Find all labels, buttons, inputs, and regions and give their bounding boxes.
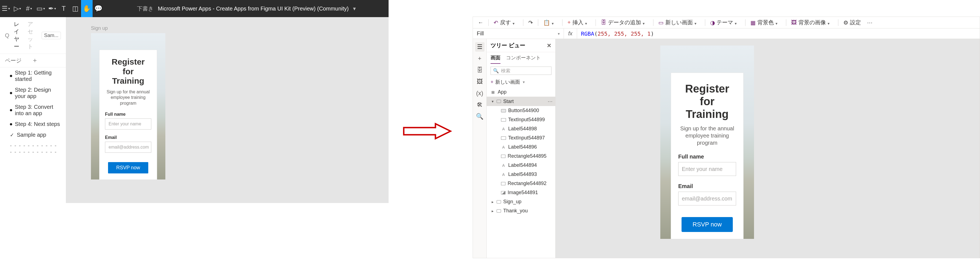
button-icon [501,109,506,112]
rectangle-icon [501,182,506,185]
figma-menu-icon[interactable]: ☰▾ [0,0,11,17]
add-data-button[interactable]: 🗄データの追加 [598,17,651,28]
tree-node-start[interactable]: ▾ Start ⋯ [487,97,555,106]
undo-button[interactable]: ↶戻す [492,17,520,28]
tree-node-child[interactable]: Rectangle544892 [487,179,555,188]
theme-button[interactable]: ◑テーマ [708,17,743,28]
screen-icon [496,209,501,213]
pa-ribbon: ← ↶戻す ↷ 📋 +挿入 🗄データの追加 ▭新しい画面 ◑テーマ ▦背景色 🖼… [473,17,980,29]
page-item[interactable]: Step 3: Convert into an app [0,102,66,119]
rsvp-button[interactable]: RSVP now [681,217,733,232]
shape-tool-icon[interactable]: ▭▾ [35,0,46,17]
title-chevron-icon[interactable]: ▾ [353,5,356,12]
rsvp-button[interactable]: RSVP now [108,162,148,173]
tree-node-child[interactable]: ALabel544896 [487,142,555,152]
formula-value[interactable]: RGBA(255, 255, 255, 1) [577,30,658,37]
resource-tool-icon[interactable]: ◫ [70,0,81,17]
move-tool-icon[interactable]: ▷▾ [11,0,23,17]
media-icon[interactable]: 🖼 [475,77,485,86]
figma-frame[interactable]: Sign up Register forTraining Sign up for… [91,33,165,179]
tab-screens[interactable]: 画面 [490,54,501,64]
figma-title: 下書き Microsoft Power Apps - Create Apps f… [104,5,388,13]
tree-node-label: Label544893 [508,171,537,177]
property-selector[interactable]: Fill▾ [473,29,564,38]
search-icon[interactable]: 🔍 [475,112,485,121]
form-card: Register forTraining Sign up for the ann… [671,73,743,239]
email-input[interactable]: email@address.com [105,142,151,153]
tree-node-child[interactable]: Button544900 [487,106,555,115]
tree-node-child[interactable]: Rectangle544895 [487,152,555,161]
page-item[interactable]: Step 4: Next steps [0,119,66,130]
tree-title: ツリー ビュー [490,42,525,49]
tree-node-child[interactable]: TextInput544897 [487,133,555,142]
figma-canvas[interactable]: Sign up Register forTraining Sign up for… [66,17,388,203]
add-page-icon[interactable]: + [33,57,61,64]
insert-button[interactable]: +挿入 [565,17,593,28]
chevron-down-icon[interactable]: ▾ [490,99,495,104]
tab-components[interactable]: コンポーネント [506,54,541,64]
tree-node-child[interactable]: Image544891 [487,188,555,197]
fullname-input[interactable]: Enter your name [678,162,736,176]
insert-icon[interactable]: + [475,54,485,63]
fullname-label: Full name [678,154,736,160]
email-label: Email [678,183,736,189]
chevron-right-icon[interactable]: ▸ [490,209,495,213]
paste-button[interactable]: 📋 [541,17,560,28]
arrow-icon [402,122,452,141]
bgimage-button[interactable]: 🖼背景の画像 [789,17,835,28]
tree-node-thankyou[interactable]: ▸Thank_you [487,206,555,215]
tree-node-label: Label544898 [508,126,537,132]
page-item[interactable]: Step 2: Design your app [0,85,66,102]
email-label: Email [105,135,151,140]
settings-button[interactable]: ⚙設定 [841,17,863,28]
bgcolor-button[interactable]: ▦背景色 [748,17,783,28]
tree-node-child[interactable]: ALabel544894 [487,161,555,170]
tree-node-label: Label544894 [508,162,537,168]
advanced-icon[interactable]: 🛠 [475,100,485,110]
back-button[interactable]: ← [476,17,485,28]
hand-tool-icon[interactable]: ✋ [81,0,92,17]
phone-background: Register forTraining Sign up for the ann… [660,46,754,239]
tree-node-label: Image544891 [508,190,538,195]
close-icon[interactable]: ✕ [547,42,552,49]
device-preview[interactable]: Register forTraining Sign up for the ann… [660,46,754,239]
rectangle-icon [501,155,506,158]
page-select[interactable]: Sam... [41,32,61,39]
tree-node-signup[interactable]: ▸Sign_up [487,197,555,206]
page-item[interactable]: Step 1: Getting started [0,67,66,85]
fullname-input[interactable]: Enter your name [105,118,151,130]
form-subtitle: Sign up for the annualemployee training … [678,125,736,146]
fx-label[interactable]: fx [564,29,577,38]
page-item-selected[interactable]: ✓Sample app [0,130,66,140]
tree-search[interactable]: 🔍検索 [490,67,552,75]
tab-assets[interactable]: アセット [27,21,37,50]
tree-node-app[interactable]: ⊞App [487,88,555,97]
tree-node-label: TextInput544899 [508,117,545,123]
tab-layers[interactable]: レイヤー [14,21,24,50]
label-icon: A [501,145,506,149]
file-title: Microsoft Power Apps - Create Apps from … [158,5,348,12]
new-screen-button[interactable]: ▭新しい画面 [656,17,702,28]
label-icon: A [501,127,506,131]
text-tool-icon[interactable]: T [58,0,70,17]
frame-tool-icon[interactable]: #▾ [23,0,35,17]
pen-tool-icon[interactable]: ✒▾ [46,0,58,17]
form-title: Register forTraining [105,57,151,86]
redo-button[interactable]: ↷ [526,17,535,28]
new-screen-link[interactable]: +新しい画面▾ [490,79,552,85]
comment-tool-icon[interactable]: 💬 [92,0,104,17]
email-input[interactable]: email@address.com [678,192,736,205]
more-icon[interactable]: ⋯ [547,98,552,104]
tree-node-child[interactable]: ALabel544893 [487,170,555,179]
chevron-right-icon[interactable]: ▸ [490,200,495,204]
draft-label: 下書き [137,5,153,13]
tree-node-label: Label544896 [508,144,537,150]
tree-node-child[interactable]: TextInput544899 [487,115,555,124]
pa-canvas[interactable]: Register forTraining Sign up for the ann… [555,39,980,258]
more-button[interactable]: ⋯ [865,17,875,28]
search-icon[interactable]: Q [5,32,10,38]
tree-view-icon[interactable]: ☰ [475,42,485,52]
tree-node-child[interactable]: ALabel544898 [487,124,555,133]
data-icon[interactable]: 🗄 [475,66,485,75]
variables-icon[interactable]: (x) [475,89,485,98]
